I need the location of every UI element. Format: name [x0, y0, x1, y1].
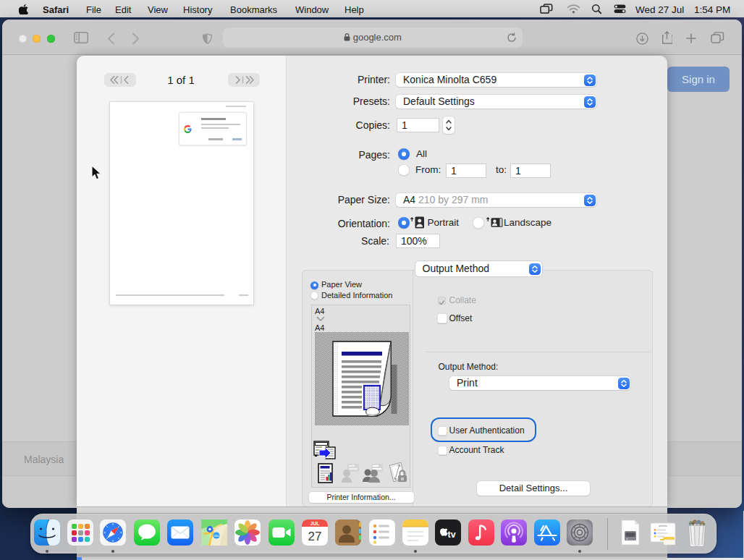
svg-text:360: 360 — [214, 534, 219, 538]
svg-text:27: 27 — [308, 530, 322, 543]
svg-text:JUL: JUL — [310, 521, 319, 526]
svg-text:tv: tv — [448, 530, 456, 540]
